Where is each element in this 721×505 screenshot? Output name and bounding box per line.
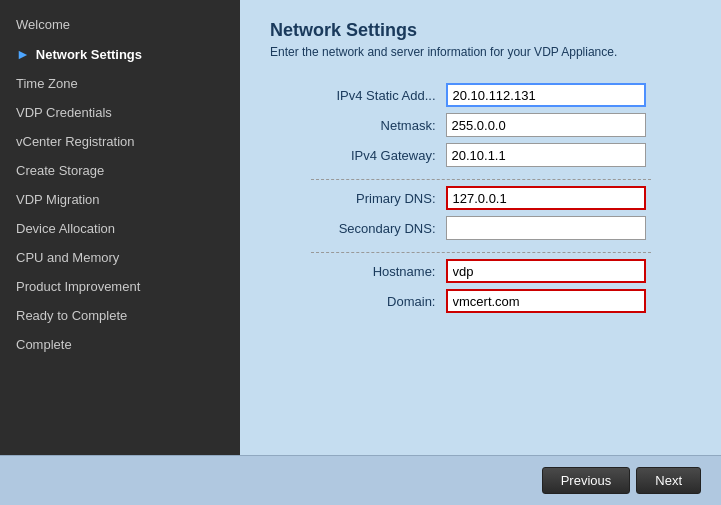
footer: Previous Next bbox=[0, 455, 721, 505]
sidebar-item-create-storage[interactable]: Create Storage bbox=[0, 156, 240, 185]
sidebar-item-label: vCenter Registration bbox=[16, 134, 135, 149]
sidebar-item-label: Complete bbox=[16, 337, 72, 352]
sidebar-item-label: Network Settings bbox=[36, 47, 142, 62]
sidebar-item-vcenter-registration[interactable]: vCenter Registration bbox=[0, 127, 240, 156]
network-settings-form: IPv4 Static Add... Netmask: IPv4 Gateway… bbox=[270, 83, 691, 319]
sidebar-item-label: Product Improvement bbox=[16, 279, 140, 294]
sidebar-item-time-zone[interactable]: Time Zone bbox=[0, 69, 240, 98]
netmask-row: Netmask: bbox=[270, 113, 691, 137]
hostname-label: Hostname: bbox=[316, 264, 446, 279]
page-subtitle: Enter the network and server information… bbox=[270, 45, 691, 59]
next-button[interactable]: Next bbox=[636, 467, 701, 494]
sidebar-item-vdp-migration[interactable]: VDP Migration bbox=[0, 185, 240, 214]
sidebar-item-label: Ready to Complete bbox=[16, 308, 127, 323]
netmask-input[interactable] bbox=[446, 113, 646, 137]
sidebar-item-label: Device Allocation bbox=[16, 221, 115, 236]
previous-button[interactable]: Previous bbox=[542, 467, 631, 494]
page-title: Network Settings bbox=[270, 20, 691, 41]
sidebar: Welcome ► Network Settings Time Zone VDP… bbox=[0, 0, 240, 455]
domain-row: Domain: bbox=[270, 289, 691, 313]
sidebar-item-label: Create Storage bbox=[16, 163, 104, 178]
sidebar-item-cpu-and-memory[interactable]: CPU and Memory bbox=[0, 243, 240, 272]
arrow-icon: ► bbox=[16, 46, 30, 62]
sidebar-item-welcome[interactable]: Welcome bbox=[0, 10, 240, 39]
secondary-dns-row: Secondary DNS: bbox=[270, 216, 691, 240]
sidebar-item-network-settings[interactable]: ► Network Settings bbox=[0, 39, 240, 69]
sidebar-item-device-allocation[interactable]: Device Allocation bbox=[0, 214, 240, 243]
separator-2 bbox=[311, 252, 651, 253]
domain-label: Domain: bbox=[316, 294, 446, 309]
ipv4-gateway-row: IPv4 Gateway: bbox=[270, 143, 691, 167]
domain-input[interactable] bbox=[446, 289, 646, 313]
netmask-label: Netmask: bbox=[316, 118, 446, 133]
sidebar-item-ready-to-complete[interactable]: Ready to Complete bbox=[0, 301, 240, 330]
secondary-dns-input[interactable] bbox=[446, 216, 646, 240]
sidebar-item-label: CPU and Memory bbox=[16, 250, 119, 265]
content-area: Network Settings Enter the network and s… bbox=[240, 0, 721, 455]
primary-dns-label: Primary DNS: bbox=[316, 191, 446, 206]
main-container: Welcome ► Network Settings Time Zone VDP… bbox=[0, 0, 721, 455]
primary-dns-row: Primary DNS: bbox=[270, 186, 691, 210]
hostname-row: Hostname: bbox=[270, 259, 691, 283]
sidebar-item-label: Welcome bbox=[16, 17, 70, 32]
sidebar-item-complete[interactable]: Complete bbox=[0, 330, 240, 359]
primary-dns-input[interactable] bbox=[446, 186, 646, 210]
sidebar-item-product-improvement[interactable]: Product Improvement bbox=[0, 272, 240, 301]
ipv4-static-label: IPv4 Static Add... bbox=[316, 88, 446, 103]
separator-1 bbox=[311, 179, 651, 180]
ipv4-gateway-input[interactable] bbox=[446, 143, 646, 167]
sidebar-item-label: VDP Migration bbox=[16, 192, 100, 207]
hostname-input[interactable] bbox=[446, 259, 646, 283]
ipv4-static-input[interactable] bbox=[446, 83, 646, 107]
ipv4-gateway-label: IPv4 Gateway: bbox=[316, 148, 446, 163]
sidebar-item-label: Time Zone bbox=[16, 76, 78, 91]
secondary-dns-label: Secondary DNS: bbox=[316, 221, 446, 236]
sidebar-item-label: VDP Credentials bbox=[16, 105, 112, 120]
sidebar-item-vdp-credentials[interactable]: VDP Credentials bbox=[0, 98, 240, 127]
ipv4-static-row: IPv4 Static Add... bbox=[270, 83, 691, 107]
